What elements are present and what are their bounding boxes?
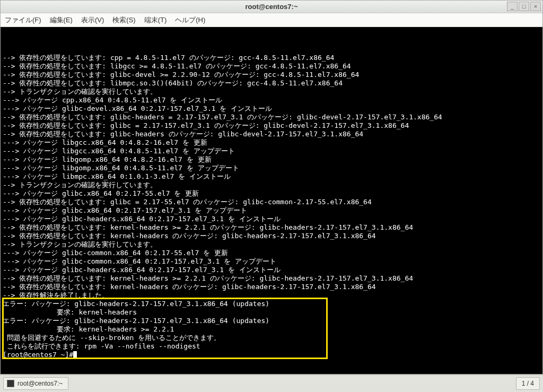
- terminal-output[interactable]: --> 依存性の処理をしています: cpp = 4.8.5-11.el7 のパッ…: [1, 27, 542, 374]
- terminal-line: --> 依存性の処理をしています: glibc-headers のパッケージ: …: [3, 130, 540, 138]
- terminal-line: ---> パッケージ libmpc.x86_64 0:1.0.1-3.el7 を…: [3, 172, 540, 181]
- titlebar[interactable]: root@centos7:~ _ □ ×: [1, 1, 542, 13]
- menu-terminal[interactable]: 端末(T): [144, 15, 167, 25]
- menu-search[interactable]: 検索(S): [112, 15, 135, 25]
- titlebar-buttons: _ □ ×: [507, 2, 541, 11]
- terminal-line: [root@centos7 ~]#: [3, 351, 540, 359]
- cursor: [73, 351, 77, 359]
- terminal-line: 要求: kernel-headers >= 2.2.1: [3, 325, 540, 334]
- terminal-line: --> 依存性の処理をしています: kernel-headers のパッケージ:…: [3, 232, 540, 240]
- menu-file[interactable]: ファイル(F): [5, 15, 41, 25]
- task-button-label: root@centos7:~: [17, 380, 63, 387]
- terminal-line: ---> パッケージ glibc-common.x86_64 0:2.17-15…: [3, 257, 540, 266]
- terminal-line: エラー: パッケージ: glibc-headers-2.17-157.el7_3…: [3, 300, 540, 308]
- terminal-line: ---> パッケージ glibc.x86_64 0:2.17-157.el7_3…: [3, 206, 540, 215]
- terminal-line: --> 依存性解決を終了しました。: [3, 291, 540, 300]
- terminal-line: ---> パッケージ glibc-devel.x86_64 0:2.17-157…: [3, 104, 540, 113]
- close-button[interactable]: ×: [530, 2, 541, 11]
- terminal-line: ---> パッケージ cpp.x86_64 0:4.8.5-11.el7 を イ…: [3, 96, 540, 104]
- terminal-window: root@centos7:~ _ □ × ファイル(F) 編集(E) 表示(V)…: [0, 0, 543, 374]
- terminal-line: ---> パッケージ libgcc.x86_64 0:4.8.2-16.el7 …: [3, 138, 540, 147]
- terminal-line: --> 依存性の処理をしています: glibc = 2.17-157.el7_3…: [3, 121, 540, 130]
- terminal-line: --> トランザクションの確認を実行しています。: [3, 181, 540, 189]
- terminal-line: ---> パッケージ libgomp.x86_64 0:4.8.2-16.el7…: [3, 155, 540, 164]
- terminal-line: ---> パッケージ glibc-common.x86_64 0:2.17-55…: [3, 249, 540, 257]
- terminal-line: 要求: kernel-headers: [3, 308, 540, 317]
- terminal-line: --> 依存性の処理をしています: glibc-headers = 2.17-1…: [3, 113, 540, 121]
- terminal-line: これらを試行できます: rpm -Va --nofiles --nodigest: [3, 342, 540, 351]
- maximize-button[interactable]: □: [519, 2, 529, 11]
- terminal-icon: [7, 380, 14, 387]
- terminal-line: --> 依存性の処理をしています: cpp = 4.8.5-11.el7 のパッ…: [3, 54, 540, 62]
- menu-edit[interactable]: 編集(E): [50, 15, 73, 25]
- minimize-button[interactable]: _: [507, 2, 518, 11]
- terminal-line: --> 依存性の処理をしています: glibc = 2.17-55.el7 のパ…: [3, 198, 540, 206]
- terminal-line: ---> パッケージ glibc-headers.x86_64 0:2.17-1…: [3, 266, 540, 274]
- terminal-line: --> 依存性の処理をしています: libgcc >= 4.8.5-11.el7…: [3, 62, 540, 71]
- terminal-line: --> 依存性の処理をしています: glibc-devel >= 2.2.90-…: [3, 71, 540, 79]
- menubar: ファイル(F) 編集(E) 表示(V) 検索(S) 端末(T) ヘルプ(H): [1, 13, 542, 27]
- terminal-line: エラー: パッケージ: glibc-headers-2.17-157.el7_3…: [3, 317, 540, 325]
- workspace-indicator[interactable]: 1 / 4: [516, 377, 540, 390]
- terminal-line: ---> パッケージ libgcc.x86_64 0:4.8.5-11.el7 …: [3, 147, 540, 155]
- terminal-line: --> 依存性の処理をしています: kernel-headers >= 2.2.…: [3, 223, 540, 232]
- terminal-line: ---> パッケージ glibc-headers.x86_64 0:2.17-1…: [3, 215, 540, 223]
- terminal-line: ---> パッケージ glibc.x86_64 0:2.17-55.el7 を …: [3, 189, 540, 198]
- task-button-terminal[interactable]: root@centos7:~: [3, 377, 68, 390]
- terminal-line: 問題を回避するために --skip-broken を用いることができます。: [3, 334, 540, 342]
- terminal-line: --> トランザクションの確認を実行しています。: [3, 88, 540, 96]
- menu-help[interactable]: ヘルプ(H): [175, 15, 205, 25]
- window-title: root@centos7:~: [1, 3, 542, 11]
- terminal-line: --> 依存性の処理をしています: kernel-headers >= 2.2.…: [3, 274, 540, 283]
- terminal-line: --> 依存性の処理をしています: kernel-headers のパッケージ:…: [3, 283, 540, 291]
- taskbar: root@centos7:~ 1 / 4: [0, 374, 543, 392]
- menu-view[interactable]: 表示(V): [81, 15, 104, 25]
- terminal-line: --> 依存性の処理をしています: libmpc.so.3()(64bit) の…: [3, 79, 540, 88]
- terminal-line: ---> パッケージ libgomp.x86_64 0:4.8.5-11.el7…: [3, 164, 540, 172]
- terminal-line: --> トランザクションの確認を実行しています。: [3, 240, 540, 249]
